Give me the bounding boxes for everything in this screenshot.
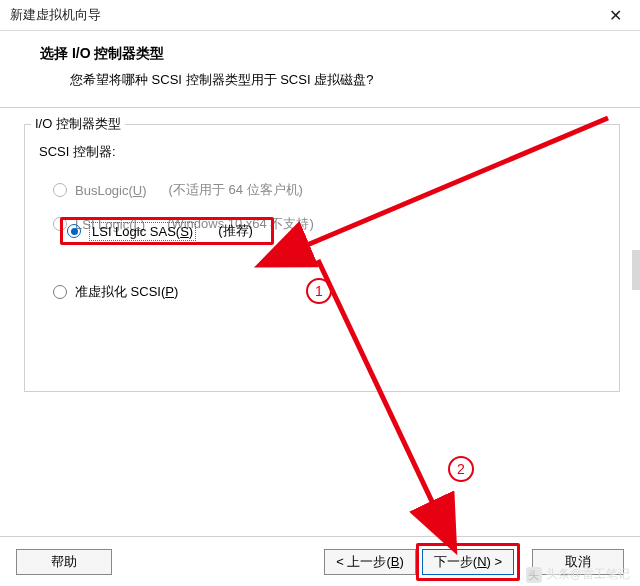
radio-option-buslogic: BusLogic(U) (不适用于 64 位客户机) (33, 173, 611, 207)
back-button[interactable]: < 上一步(B) (324, 549, 416, 575)
scroll-artifact (632, 250, 640, 290)
radio-icon (53, 285, 67, 299)
option-label: BusLogic(U) (75, 183, 147, 198)
close-icon[interactable]: ✕ (600, 6, 630, 25)
annotation-step2-badge: 2 (448, 456, 474, 482)
watermark: 头 头条 @雷工笔记 (526, 566, 630, 583)
radio-option-lsilogicsas[interactable]: LSI Logic SAS(S) (推荐) (60, 217, 274, 245)
radio-option-spacer (33, 241, 611, 275)
next-button-highlight: 下一步(N) > (416, 543, 520, 581)
option-label: LSI Logic SAS(S) (89, 222, 196, 241)
scsi-controller-label: SCSI 控制器: (39, 143, 611, 161)
group-label: I/O 控制器类型 (31, 115, 125, 133)
watermark-text: @雷工笔记 (570, 566, 630, 583)
next-button[interactable]: 下一步(N) > (422, 549, 514, 575)
wizard-header: 选择 I/O 控制器类型 您希望将哪种 SCSI 控制器类型用于 SCSI 虚拟… (0, 31, 640, 108)
radio-icon (53, 183, 67, 197)
page-subheading: 您希望将哪种 SCSI 控制器类型用于 SCSI 虚拟磁盘? (70, 71, 616, 89)
watermark-logo: 头 (526, 567, 542, 583)
help-button[interactable]: 帮助 (16, 549, 112, 575)
radio-icon (67, 224, 81, 238)
option-label: 准虚拟化 SCSI(P) (75, 283, 178, 301)
watermark-prefix: 头条 (546, 566, 570, 583)
option-hint: (推荐) (218, 222, 253, 240)
titlebar: 新建虚拟机向导 ✕ (0, 0, 640, 30)
window-title: 新建虚拟机向导 (10, 6, 600, 24)
io-controller-group: I/O 控制器类型 SCSI 控制器: BusLogic(U) (不适用于 64… (24, 124, 620, 392)
page-heading: 选择 I/O 控制器类型 (40, 45, 616, 63)
option-hint: (不适用于 64 位客户机) (169, 181, 303, 199)
annotation-step1-badge: 1 (306, 278, 332, 304)
new-vm-wizard-window: 新建虚拟机向导 ✕ 选择 I/O 控制器类型 您希望将哪种 SCSI 控制器类型… (0, 0, 640, 586)
